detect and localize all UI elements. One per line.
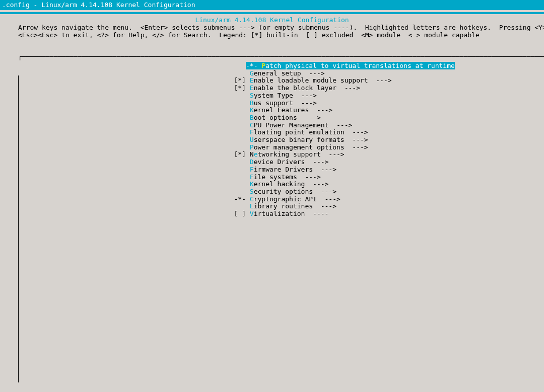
- frame-left-border: [18, 75, 19, 382]
- menu-item[interactable]: Firmware Drivers --->: [246, 166, 544, 174]
- menu-item[interactable]: [*] Enable the block layer --->: [246, 85, 544, 92]
- menu-item-prefix: [ ]: [230, 210, 246, 218]
- window-title: .config - Linux/arm 4.14.108 Kernel Conf…: [2, 1, 195, 9]
- menu-item-prefix: [*]: [230, 85, 246, 92]
- menu-item[interactable]: Userspace binary formats --->: [246, 136, 544, 144]
- menu-item-prefix: -*-: [230, 196, 246, 203]
- help-line-1: Arrow keys navigate the menu. <Enter> se…: [18, 24, 544, 31]
- menu-item[interactable]: File systems --->: [246, 174, 544, 181]
- menu-item[interactable]: [*] Enable loadable module support --->: [246, 77, 544, 85]
- menu-item[interactable]: Kernel hacking --->: [246, 181, 544, 188]
- menu-item[interactable]: -*- Patch physical to virtual translatio…: [246, 62, 544, 70]
- menu-item-label: -*- Patch physical to virtual translatio…: [246, 62, 455, 69]
- menu-item-prefix: [*]: [230, 77, 246, 85]
- help-text: Arrow keys navigate the menu. <Enter> se…: [0, 24, 544, 39]
- menu-item[interactable]: Bus support --->: [246, 100, 544, 107]
- menu-list[interactable]: -*- Patch physical to virtual translatio…: [0, 60, 544, 218]
- menu-item[interactable]: Floating point emulation --->: [246, 129, 544, 136]
- menu-item[interactable]: CPU Power Management --->: [246, 122, 544, 129]
- button-bar: <Select> < Exit > < Help > < Save > < Lo…: [0, 384, 544, 392]
- menu-item[interactable]: -*- Cryptographic API --->: [246, 196, 544, 203]
- menu-item-prefix: [*]: [230, 151, 246, 159]
- menu-item[interactable]: Security options --->: [246, 188, 544, 196]
- menu-item[interactable]: [*] Networking support --->: [246, 151, 544, 159]
- menu-item[interactable]: Library routines --->: [246, 203, 544, 210]
- help-line-2: <Esc><Esc> to exit, <?> for Help, </> fo…: [18, 31, 544, 39]
- menu-item[interactable]: General setup --->: [246, 70, 544, 77]
- frame-title: Linux/arm 4.14.108 Kernel Configuration: [0, 16, 544, 24]
- menu-item[interactable]: System Type --->: [246, 92, 544, 100]
- menu-item[interactable]: Device Drivers --->: [246, 159, 544, 166]
- frame-top-border: ┌───────────────────────────────────────…: [0, 53, 544, 60]
- menu-item[interactable]: [ ] Virtualization ----: [246, 210, 544, 218]
- menu-item[interactable]: Boot options --->: [246, 114, 544, 122]
- menuconfig-screen: Linux/arm 4.14.108 Kernel Configuration …: [0, 14, 544, 218]
- window-titlebar: .config - Linux/arm 4.14.108 Kernel Conf…: [0, 0, 544, 10]
- menu-item[interactable]: Kernel Features --->: [246, 107, 544, 114]
- menu-item[interactable]: Power management options --->: [246, 144, 544, 151]
